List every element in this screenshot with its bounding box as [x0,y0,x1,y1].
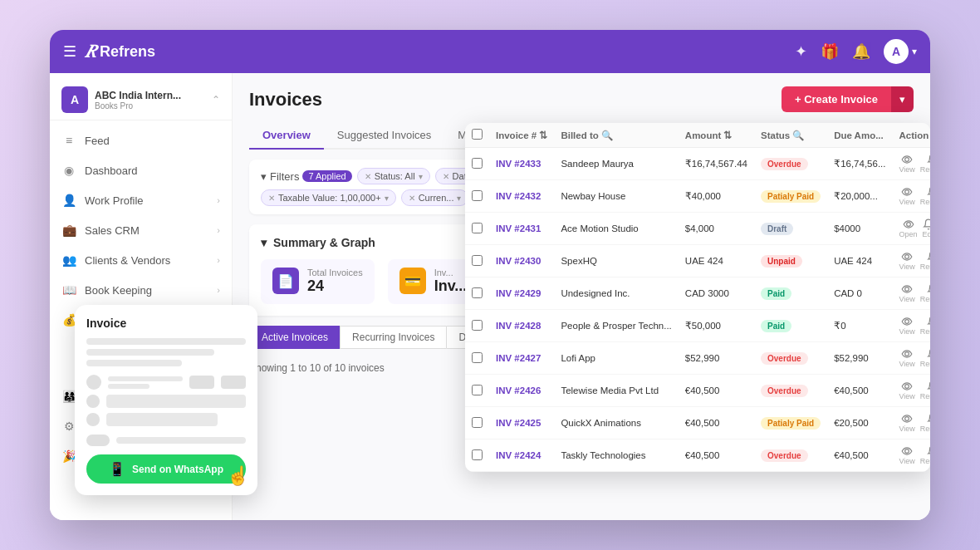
invoice-link[interactable]: INV #2432 [496,191,541,201]
row-select[interactable] [472,320,483,331]
book-keeping-chevron-icon: › [217,285,220,295]
popup-action-bar-4 [106,413,218,426]
sparkle-icon[interactable]: ✦ [795,42,807,61]
row-select[interactable] [472,352,483,363]
action-view[interactable]: View [899,413,914,433]
action-view[interactable]: View [899,283,914,303]
send-whatsapp-label: Send on WhatsApp [132,464,223,475]
row-status: Patialy Paid [754,180,827,213]
invoice-link[interactable]: INV #2424 [496,450,541,460]
refrens-logo-icon: 𝑅 [85,41,96,62]
action-view[interactable]: Open [899,219,917,238]
row-select[interactable] [472,385,483,395]
invoice-link[interactable]: INV #2430 [496,256,541,266]
svg-point-0 [905,158,909,162]
tab-suggested-invoices[interactable]: Suggested Invoices [324,122,444,150]
row-due-amount: ₹16,74,56... [827,148,892,180]
row-billed-to: Telewise Media Pvt Ltd [554,375,678,407]
row-select[interactable] [472,287,483,298]
row-action: View Remind Mark Paid ••• [892,310,930,342]
bell-icon[interactable]: 🔔 [852,42,870,61]
invoice-link[interactable]: INV #2425 [496,418,541,428]
send-whatsapp-button[interactable]: 📱 Send on WhatsApp [86,454,246,484]
filter-tag-currency[interactable]: ✕ Curren... ▾ [401,189,469,206]
action-view[interactable]: View [899,348,914,368]
inv-value: Inv... [434,277,468,295]
row-select[interactable] [472,190,483,201]
create-invoice-button[interactable]: + Create Invoice [782,86,891,112]
sidebar-item-clients-vendors[interactable]: 👥 Clients & Vendors › [50,245,232,275]
filter-remove-date-icon[interactable]: ✕ [443,172,449,181]
row-invoice-id: INV #2428 [489,310,554,342]
action-view[interactable]: View [899,154,914,174]
sort-amount-icon[interactable]: ⇅ [723,130,732,140]
popup-action-bar-3 [106,395,246,408]
action-view[interactable]: View [899,251,914,271]
table-tab-recurring[interactable]: Recurring Invoices [340,326,446,349]
book-keeping-icon: 📖 [61,282,76,297]
action-remind[interactable]: Remind [920,316,930,336]
filter-tag-status[interactable]: ✕ Status: All ▾ [357,168,430,184]
company-selector[interactable]: A ABC India Intern... Books Pro ⌃ [50,80,232,120]
search-billed-icon[interactable]: 🔍 [601,130,613,140]
row-select[interactable] [472,417,483,428]
filter-status-icon[interactable]: 🔍 [792,130,804,140]
svg-point-2 [905,190,909,194]
invoice-link[interactable]: INV #2428 [496,321,541,331]
dashboard-icon: ◉ [61,163,76,178]
sidebar-item-work-profile[interactable]: 👤 Work Profile › [50,185,232,215]
row-status: Overdue [754,440,827,472]
row-select[interactable] [472,449,483,460]
row-select[interactable] [472,255,483,266]
action-remind[interactable]: Edit [923,219,930,238]
invoice-link[interactable]: INV #2431 [496,223,541,233]
row-due-amount: €40,500 [827,375,892,407]
action-view[interactable]: View [899,186,914,206]
action-view[interactable]: View [899,445,914,465]
row-due-amount: $52,990 [827,342,892,375]
action-remind[interactable]: Remind [920,381,930,400]
filters-label-text: Filters [270,170,299,183]
filter-remove-currency-icon[interactable]: ✕ [409,194,415,203]
action-view[interactable]: View [899,381,914,400]
sidebar-item-sales-crm[interactable]: 💼 Sales CRM › [50,215,232,245]
row-billed-to: QuickX Animations [554,407,678,440]
status-badge: Overdue [761,158,808,170]
invoice-link[interactable]: INV #2433 [496,159,541,169]
filter-tag-taxable[interactable]: ✕ Taxable Value: 1,00,000+ ▾ [261,189,396,206]
summary-chevron-icon: ▾ [261,236,267,249]
action-remind[interactable]: Remind [920,413,930,433]
user-avatar-button[interactable]: A ▾ [884,39,917,64]
action-remind[interactable]: Remind [920,445,930,465]
popup-dot-1 [86,375,101,390]
invoice-link[interactable]: INV #2426 [496,385,541,395]
action-remind[interactable]: Remind [920,348,930,368]
filter-remove-icon[interactable]: ✕ [365,172,371,181]
action-view[interactable]: View [899,316,914,336]
row-billed-to: Taskly Technologies [554,440,678,472]
action-remind[interactable]: Remind [920,186,930,206]
hamburger-icon[interactable]: ☰ [63,42,76,61]
gift-icon[interactable]: 🎁 [821,42,839,61]
row-select[interactable] [472,158,483,169]
action-remind[interactable]: Remind [920,251,930,271]
filters-toggle[interactable]: ▾ Filters 7 Applied [261,170,352,183]
svg-point-14 [905,385,909,389]
popup-toggle-switch[interactable] [86,435,110,446]
row-select[interactable] [472,223,483,233]
invoice-link[interactable]: INV #2427 [496,353,541,363]
create-invoice-dropdown[interactable]: ▾ [891,86,914,112]
sort-icon[interactable]: ⇅ [539,130,547,140]
action-remind[interactable]: Remind [920,154,930,174]
sidebar-item-dashboard[interactable]: ◉ Dashboard [50,155,232,185]
filter-tag-chevron-icon: ▾ [419,172,423,181]
tab-overview[interactable]: Overview [249,122,324,150]
select-all-checkbox[interactable] [472,129,483,140]
popup-action-dot-1 [86,395,100,408]
table-tab-active-invoices[interactable]: Active Invoices [249,326,340,349]
sidebar-item-book-keeping[interactable]: 📖 Book Keeping › [50,275,232,305]
filter-remove-taxable-icon[interactable]: ✕ [268,194,275,203]
action-remind[interactable]: Remind [920,283,930,303]
invoice-link[interactable]: INV #2429 [496,288,541,298]
sidebar-item-feed[interactable]: ≡ Feed [50,125,232,155]
